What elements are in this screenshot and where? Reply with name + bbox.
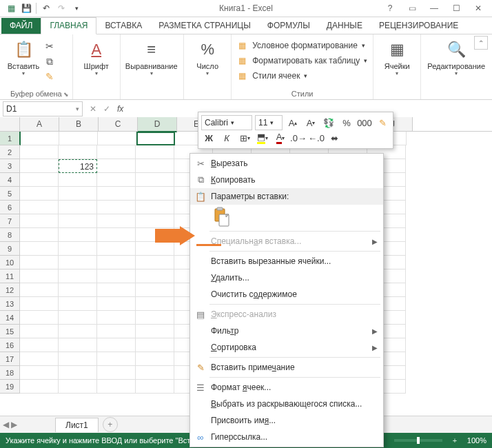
zoom-in-icon[interactable]: +: [448, 435, 462, 446]
cell-C2[interactable]: [97, 145, 136, 159]
increase-font-icon[interactable]: A▴: [285, 116, 300, 130]
cell-C15[interactable]: [97, 325, 136, 338]
cell-D5[interactable]: [136, 187, 174, 201]
cell-D18[interactable]: [136, 366, 174, 380]
ribbon-display-icon[interactable]: ▭: [402, 2, 422, 14]
row-header-16[interactable]: 16: [0, 338, 20, 352]
cell-A19[interactable]: [20, 380, 59, 394]
save-icon[interactable]: 💾: [19, 2, 33, 14]
cell-A3[interactable]: [20, 159, 59, 173]
cell-A11[interactable]: [20, 269, 59, 283]
increase-decimal-icon[interactable]: ←.0: [309, 131, 324, 145]
name-box[interactable]: D1▾: [3, 101, 83, 116]
cell-D2[interactable]: [136, 145, 174, 159]
fill-color-icon[interactable]: ⬒▾: [255, 131, 270, 145]
ctx-insert-cut-cells[interactable]: Вставить вырезанные ячейки...: [190, 253, 383, 269]
cell-B4[interactable]: [59, 173, 97, 187]
cell-C13[interactable]: [97, 297, 136, 311]
cell-D14[interactable]: [136, 311, 174, 325]
cell-B13[interactable]: [59, 297, 97, 311]
ctx-sort[interactable]: Сортировка▶: [190, 339, 383, 356]
cell-A4[interactable]: [20, 173, 59, 187]
ctx-define-name[interactable]: Присвоить имя...: [190, 412, 383, 429]
cell-C18[interactable]: [97, 366, 136, 380]
cell-B1[interactable]: [59, 132, 98, 145]
col-header-B[interactable]: B: [59, 117, 99, 131]
cell-A6[interactable]: [20, 201, 59, 214]
cell-C16[interactable]: [97, 338, 136, 352]
zoom-slider[interactable]: [394, 439, 442, 442]
row-header-7[interactable]: 7: [0, 214, 20, 228]
ribbon-collapse-icon[interactable]: ⌃: [474, 36, 488, 50]
cell-B16[interactable]: [59, 338, 97, 352]
cell-B7[interactable]: [59, 214, 97, 228]
cell-C6[interactable]: [97, 201, 136, 214]
row-header-17[interactable]: 17: [0, 352, 20, 366]
cell-B6[interactable]: [59, 201, 97, 214]
conditional-formatting-button[interactable]: ▦Условное форматирование ▾: [236, 39, 369, 52]
tab-page-layout[interactable]: РАЗМЕТКА СТРАНИЦЫ: [150, 18, 259, 34]
col-header-C[interactable]: C: [99, 117, 138, 131]
cell-D15[interactable]: [136, 325, 174, 338]
percent-format-icon[interactable]: %: [339, 116, 354, 130]
fx-icon[interactable]: fx: [117, 104, 123, 114]
new-sheet-icon[interactable]: +: [103, 417, 118, 432]
ctx-clear-contents[interactable]: Очистить содержимое: [190, 286, 383, 303]
ctx-pick-from-list[interactable]: Выбрать из раскрывающегося списка...: [190, 396, 383, 412]
cell-A9[interactable]: [20, 242, 59, 256]
cell-C17[interactable]: [97, 352, 136, 366]
row-header-3[interactable]: 3: [0, 159, 20, 173]
cell-C14[interactable]: [97, 311, 136, 325]
sheet-nav[interactable]: ◀ ▶: [3, 420, 17, 429]
cell-C10[interactable]: [97, 256, 136, 269]
cell-C1[interactable]: [98, 132, 136, 145]
cell-B14[interactable]: [59, 311, 97, 325]
col-header-A[interactable]: A: [20, 117, 59, 131]
cell-C7[interactable]: [97, 214, 136, 228]
paste-button[interactable]: 📋 Вставить ▾: [4, 36, 43, 87]
font-family-select[interactable]: Calibri▾: [201, 115, 252, 130]
tab-data[interactable]: ДАННЫЕ: [318, 18, 371, 34]
decrease-decimal-icon[interactable]: .0→: [291, 131, 306, 145]
tab-insert[interactable]: ВСТАВКА: [96, 18, 150, 34]
paste-option-default[interactable]: [211, 206, 233, 228]
cell-A14[interactable]: [20, 311, 59, 325]
cell-B19[interactable]: [59, 380, 97, 394]
cell-A8[interactable]: [20, 228, 59, 242]
cell-A12[interactable]: [20, 283, 59, 297]
row-header-18[interactable]: 18: [0, 366, 20, 380]
copy-icon[interactable]: ⧉: [43, 55, 57, 68]
tab-file[interactable]: ФАЙЛ: [1, 18, 41, 34]
row-header-5[interactable]: 5: [0, 187, 20, 201]
qat-customize-icon[interactable]: ▾: [70, 2, 83, 14]
cell-A18[interactable]: [20, 366, 59, 380]
ctx-insert-comment[interactable]: ✎Вставить примечание: [190, 359, 383, 376]
cell-A5[interactable]: [20, 187, 59, 201]
cell-A15[interactable]: [20, 325, 59, 338]
cell-C9[interactable]: [97, 242, 136, 256]
accounting-format-icon[interactable]: 💱: [321, 116, 336, 130]
row-header-12[interactable]: 12: [0, 283, 20, 297]
font-size-select[interactable]: 11▾: [255, 115, 283, 130]
cell-A7[interactable]: [20, 214, 59, 228]
row-header-11[interactable]: 11: [0, 269, 20, 283]
row-header-1[interactable]: 1: [0, 132, 21, 145]
close-icon[interactable]: ✕: [469, 2, 488, 14]
cells-button[interactable]: ▦ Ячейки ▾: [378, 36, 416, 87]
row-header-14[interactable]: 14: [0, 311, 20, 325]
ctx-hyperlink[interactable]: ∞Гиперссылка...: [190, 429, 383, 445]
cell-D1[interactable]: [136, 132, 175, 145]
bold-icon[interactable]: Ж: [201, 131, 216, 145]
merge-center-icon[interactable]: ⬌: [327, 131, 342, 145]
cell-C19[interactable]: [97, 380, 136, 394]
cell-D19[interactable]: [136, 380, 174, 394]
help-icon[interactable]: ?: [380, 2, 400, 14]
cell-C12[interactable]: [97, 283, 136, 297]
cell-D6[interactable]: [136, 201, 174, 214]
cell-C5[interactable]: [97, 187, 136, 201]
undo-icon[interactable]: ↶: [39, 2, 53, 14]
row-header-2[interactable]: 2: [0, 145, 20, 159]
cell-D12[interactable]: [136, 283, 174, 297]
row-header-15[interactable]: 15: [0, 325, 20, 338]
ctx-delete[interactable]: Удалить...: [190, 269, 383, 286]
